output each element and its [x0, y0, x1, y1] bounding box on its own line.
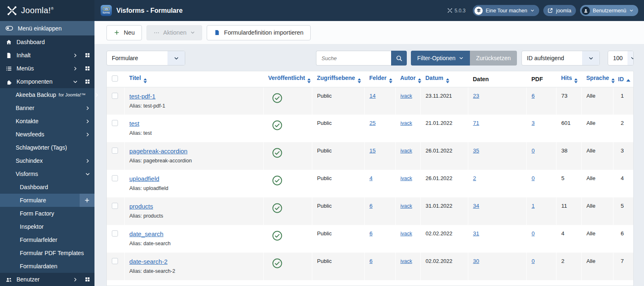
column-header-datum[interactable]: Datum — [420, 71, 468, 87]
site-preview-button[interactable]: joomla — [543, 5, 576, 16]
sidebar-item-inspektor[interactable]: Inspektor — [0, 220, 94, 233]
published-check-icon[interactable] — [272, 203, 307, 213]
actions-button[interactable]: Aktionen — [146, 25, 202, 40]
fields-count-link[interactable]: 6 — [370, 230, 373, 237]
sidebar-item-kontakte[interactable]: Kontakte — [0, 115, 94, 128]
sidebar-item-formular-pdf-templates[interactable]: Formular PDF Templates — [0, 246, 94, 260]
author-link[interactable]: ivack — [401, 231, 412, 237]
fields-count-link[interactable]: 15 — [370, 148, 376, 154]
menu-collapse-toggle[interactable]: Menü einklappen — [0, 21, 94, 35]
sidebar-item-visforms[interactable]: Visforms — [0, 167, 94, 181]
column-header-id[interactable]: ID — [613, 71, 634, 87]
sidebar-item-inhalt[interactable]: Inhalt — [0, 49, 94, 62]
sidebar-item-formulardaten[interactable]: Formulardaten — [0, 260, 94, 273]
data-count-link[interactable]: 31 — [473, 230, 479, 237]
grid-icon[interactable] — [85, 277, 90, 282]
row-checkbox[interactable] — [112, 203, 118, 209]
sidebar-item-label: Form Factory — [20, 210, 54, 217]
author-link[interactable]: ivack — [401, 203, 412, 209]
form-title-link[interactable]: products — [130, 203, 153, 210]
data-count-link[interactable]: 35 — [473, 148, 479, 154]
view-select[interactable]: Formulare — [106, 51, 185, 66]
author-link[interactable]: ivack — [401, 148, 412, 154]
add-form-button[interactable] — [80, 194, 94, 207]
row-checkbox[interactable] — [112, 175, 118, 181]
column-header-veröffentlicht[interactable]: Veröffentlicht — [263, 71, 312, 87]
sidebar-item-dashboard[interactable]: Dashboard — [0, 181, 94, 194]
sidebar-item-suchindex[interactable]: Suchindex — [0, 154, 94, 167]
fields-count-link[interactable]: 6 — [370, 203, 373, 209]
pdf-count-link[interactable]: 6 — [532, 93, 535, 99]
fields-count-link[interactable]: 6 — [370, 258, 373, 264]
sidebar-item-komponenten[interactable]: Komponenten — [0, 75, 94, 88]
fields-cell: 25 — [364, 115, 395, 142]
data-count-link[interactable]: 23 — [473, 93, 479, 99]
import-form-definition-button[interactable]: Formulardefinition importieren — [207, 25, 311, 40]
published-check-icon[interactable] — [272, 175, 307, 186]
select-all-checkbox[interactable] — [112, 75, 118, 82]
row-checkbox[interactable] — [112, 148, 118, 154]
row-checkbox[interactable] — [112, 93, 118, 99]
author-link[interactable]: ivack — [401, 258, 412, 264]
form-title-link[interactable]: test — [130, 120, 139, 127]
author-link[interactable]: ivack — [401, 176, 412, 181]
form-title-link[interactable]: date_search — [130, 230, 164, 237]
column-header-sprache[interactable]: Sprache — [581, 71, 613, 87]
sidebar-item-formularfelder[interactable]: Formularfelder — [0, 233, 94, 246]
grid-icon[interactable] — [85, 52, 90, 58]
tour-button[interactable]: Eine Tour machen — [473, 5, 539, 16]
column-header-felder[interactable]: Felder — [364, 71, 395, 87]
column-header-zugriffsebene[interactable]: Zugriffsebene — [312, 71, 364, 87]
grid-icon[interactable] — [85, 66, 90, 71]
search-button[interactable] — [391, 51, 407, 66]
limit-select[interactable]: 100 — [608, 51, 634, 66]
sidebar-item-schlagwörter-tags[interactable]: Schlagwörter (Tags) — [0, 141, 94, 154]
sidebar-item-benutzer[interactable]: Benutzer — [0, 273, 94, 286]
published-check-icon[interactable] — [272, 148, 307, 158]
search-input[interactable] — [316, 51, 391, 66]
column-header-titel[interactable]: Titel — [124, 71, 263, 87]
row-checkbox[interactable] — [112, 258, 118, 264]
data-count-link[interactable]: 34 — [473, 203, 479, 209]
sort-select[interactable]: ID aufsteigend — [521, 51, 600, 66]
form-title-link[interactable]: pagebreak-accordion — [130, 148, 188, 155]
filter-options-button[interactable]: Filter-Optionen — [411, 51, 470, 66]
table-row: pagebreak-accordion Alias: pagebreak-acc… — [107, 142, 634, 170]
sidebar-item-akeeba-backup[interactable]: Akeeba Backupfor Joomla!™ — [0, 88, 94, 101]
sidebar-item-banner[interactable]: Banner — [0, 101, 94, 115]
pdf-count-link[interactable]: 0 — [532, 148, 535, 154]
published-check-icon[interactable] — [272, 230, 307, 241]
user-menu-button[interactable]: Benutzermenü — [580, 5, 638, 16]
reset-button[interactable]: Zurücksetzen — [470, 51, 517, 66]
data-count-link[interactable]: 30 — [473, 258, 479, 264]
pdf-count-link[interactable]: 3 — [532, 120, 535, 126]
author-link[interactable]: ivack — [401, 93, 412, 99]
sidebar-item-newsfeeds[interactable]: Newsfeeds — [0, 128, 94, 141]
sidebar-item-form-factory[interactable]: Form Factory — [0, 207, 94, 220]
fields-count-link[interactable]: 4 — [370, 175, 373, 181]
fields-count-link[interactable]: 14 — [370, 93, 376, 99]
sidebar-item-dashboard[interactable]: Dashboard — [0, 35, 94, 49]
row-checkbox[interactable] — [112, 230, 118, 237]
column-header-hits[interactable]: Hits — [556, 71, 581, 87]
pdf-count-link[interactable]: 1 — [532, 203, 535, 209]
sidebar-item-menüs[interactable]: Menüs — [0, 62, 94, 75]
fields-count-link[interactable]: 25 — [370, 120, 376, 126]
author-link[interactable]: ivack — [401, 120, 412, 126]
pdf-count-link[interactable]: 0 — [532, 175, 535, 181]
data-count-link[interactable]: 71 — [473, 120, 479, 126]
grid-icon[interactable] — [85, 79, 90, 84]
form-title-link[interactable]: uploadfield — [130, 175, 160, 182]
pdf-count-link[interactable]: 0 — [532, 258, 535, 264]
form-title-link[interactable]: test-pdf-1 — [130, 93, 156, 100]
form-title-link[interactable]: date-search-2 — [130, 258, 168, 265]
published-check-icon[interactable] — [272, 258, 307, 269]
data-count-link[interactable]: 2 — [473, 175, 477, 181]
published-check-icon[interactable] — [272, 93, 307, 103]
row-checkbox[interactable] — [112, 120, 118, 126]
pdf-count-link[interactable]: 0 — [532, 230, 535, 237]
new-button[interactable]: Neu — [106, 25, 142, 40]
sidebar-item-formulare[interactable]: Formulare — [0, 194, 94, 207]
column-header-autor[interactable]: Autor — [395, 71, 420, 87]
published-check-icon[interactable] — [272, 120, 307, 131]
